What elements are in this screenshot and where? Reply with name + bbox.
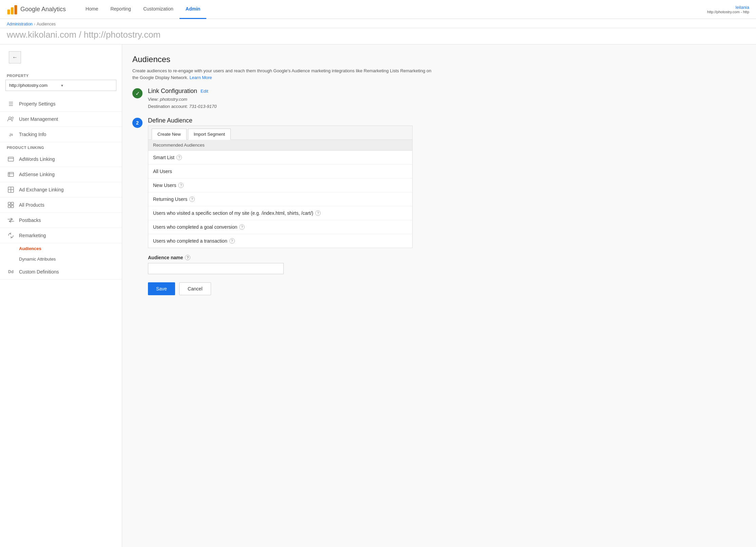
step2-num-icon: 2 [132,118,143,128]
step1-edit-link[interactable]: Edit [201,89,208,94]
ad-exchange-icon [7,186,15,194]
breadcrumb-bar: Administration › Audiences [0,19,756,28]
specific-section-help-icon[interactable]: ? [315,210,321,216]
audience-row-new-users[interactable]: New Users ? [148,178,412,192]
transaction-help-icon[interactable]: ? [229,238,235,244]
step1-content: Link Configuration Edit View: photostry.… [148,88,746,110]
audience-name-section: Audience name ? [148,255,413,274]
audience-row-goal-conversion-label: Users who completed a goal conversion [153,224,237,230]
svg-rect-2 [14,5,17,14]
content-title: Audiences [132,55,746,64]
audience-panel: Create New Import Segment Recommended Au… [148,126,413,248]
user-management-icon [7,115,15,123]
tab-import-segment[interactable]: Import Segment [188,129,231,140]
tracking-info-icon: .js [7,130,15,138]
sidebar-item-ad-exchange-linking[interactable]: Ad Exchange Linking [0,182,122,197]
step2-title: Define Audience [148,117,192,124]
audience-row-transaction[interactable]: Users who completed a transaction ? [148,234,412,248]
sidebar-item-all-products[interactable]: All Products [0,197,122,213]
audience-row-smart-list-label: Smart List [153,155,174,160]
sidebar-item-user-management-label: User Management [19,116,58,122]
username[interactable]: leilania [707,5,749,10]
sidebar-item-custom-definitions-label: Custom Definitions [19,269,59,275]
sidebar-item-user-management[interactable]: User Management [0,112,122,127]
nav-customization[interactable]: Customization [137,0,179,19]
nav-home[interactable]: Home [79,0,104,19]
audience-row-transaction-label: Users who completed a transaction [153,238,227,244]
sidebar-item-custom-definitions[interactable]: Dd Custom Definitions [0,264,122,280]
sidebar-item-adsense-linking[interactable]: AdSense Linking [0,167,122,182]
audience-name-help-icon[interactable]: ? [185,255,190,260]
sidebar-property-label: PROPERTY [0,70,122,80]
sidebar-sub-item-dynamic-attributes[interactable]: Dynamic Attributes [0,254,122,264]
smart-list-help-icon[interactable]: ? [176,155,182,160]
nav-admin[interactable]: Admin [179,0,207,19]
save-button[interactable]: Save [148,282,175,295]
action-buttons: Save Cancel [148,282,746,295]
sidebar-item-property-settings[interactable]: ☰ Property Settings [0,96,122,112]
page-title-sub: http://photostry.com [84,30,160,40]
sidebar-sub-item-audiences-label: Audiences [19,246,41,251]
svg-rect-1 [11,7,14,14]
audience-tabs: Create New Import Segment [148,126,412,140]
adwords-icon [7,155,15,163]
sidebar-sub-item-audiences[interactable]: Audiences [0,243,122,254]
audience-row-returning-users[interactable]: Returning Users ? [148,192,412,206]
cancel-button[interactable]: Cancel [179,282,211,295]
user-detail: http://photostry.com - http [707,10,749,14]
adsense-icon [7,170,15,178]
sidebar-item-postbacks[interactable]: Postbacks [0,213,122,228]
google-analytics-logo-icon [7,4,18,15]
sidebar-item-remarketing[interactable]: Remarketing [0,228,122,243]
audience-name-input[interactable] [148,263,284,274]
custom-definitions-icon: Dd [7,268,15,276]
property-dropdown[interactable]: http://photostry.com ▾ [5,80,116,91]
step2-content: Define Audience Create New Import Segmen… [148,117,746,295]
main-layout: ← PROPERTY http://photostry.com ▾ ☰ Prop… [0,44,756,547]
page-title-separator: / [79,30,83,40]
tab-create-new[interactable]: Create New [152,129,187,140]
svg-rect-5 [8,157,14,161]
svg-rect-0 [7,10,10,14]
goal-conversion-help-icon[interactable]: ? [239,224,245,230]
logo-area: Google Analytics [7,4,66,15]
breadcrumb-parent[interactable]: Administration [7,22,33,26]
step1-container: ✓ Link Configuration Edit View: photostr… [132,88,746,110]
sidebar-back-button[interactable]: ← [9,51,21,63]
returning-users-help-icon[interactable]: ? [189,196,195,202]
step1-title-row: Link Configuration Edit [148,88,746,95]
audience-row-returning-users-label: Returning Users [153,196,187,202]
sidebar-item-tracking-info[interactable]: .js Tracking Info [0,127,122,142]
audience-name-label: Audience name ? [148,255,413,260]
audience-row-specific-section-label: Users who visited a specific section of … [153,210,313,216]
audience-row-specific-section[interactable]: Users who visited a specific section of … [148,206,412,220]
app-name: Google Analytics [20,6,66,13]
sidebar-item-all-products-label: All Products [19,202,44,208]
selected-property: http://photostry.com [9,83,61,88]
sidebar-item-tracking-info-label: Tracking Info [19,132,46,137]
main-content: Audiences Create audiences to re-engage … [122,44,756,547]
user-area: leilania http://photostry.com - http [707,5,749,14]
step1-view-label: View: [148,97,159,102]
audience-row-all-users[interactable]: All Users [148,165,412,178]
sidebar-item-remarketing-label: Remarketing [19,233,46,238]
postbacks-icon [7,216,15,224]
svg-point-4 [12,117,14,119]
new-users-help-icon[interactable]: ? [178,183,184,188]
page-title-domain: www.kikolani.com [7,30,76,40]
svg-rect-16 [11,205,14,208]
audience-row-goal-conversion[interactable]: Users who completed a goal conversion ? [148,220,412,234]
page-title-bar: www.kikolani.com / http://photostry.com [0,28,756,44]
nav-reporting[interactable]: Reporting [104,0,137,19]
learn-more-link[interactable]: Learn More [189,75,212,80]
audience-row-smart-list[interactable]: Smart List ? [148,151,412,165]
svg-rect-13 [8,202,11,205]
sidebar-item-adwords-linking[interactable]: AdWords Linking [0,152,122,167]
top-nav: Google Analytics Home Reporting Customiz… [0,0,756,19]
content-description: Create audiences to re-engage with your … [132,68,438,81]
audience-section-header: Recommended Audiences [148,140,412,151]
audience-row-all-users-label: All Users [153,169,172,174]
sidebar-item-postbacks-label: Postbacks [19,218,41,223]
remarketing-icon [7,231,15,240]
sidebar-item-adwords-label: AdWords Linking [19,156,55,162]
